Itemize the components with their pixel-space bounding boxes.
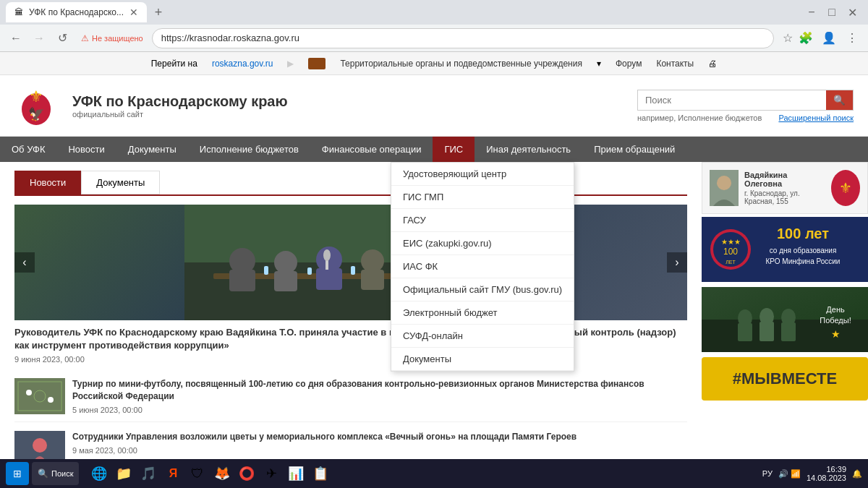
mvmeste-banner[interactable]: #МЫВМЕСТЕ (702, 357, 868, 401)
site-title: УФК по Краснодарскому краю (72, 93, 623, 110)
svg-rect-23 (14, 378, 65, 414)
100years-banner[interactable]: ★★★ 100 ЛЕТ 100 лет со дня образования К… (702, 217, 868, 284)
dropdown-item-bus-gov[interactable]: Официальный сайт ГМУ (bus.gov.ru) (391, 278, 574, 301)
main-content: Новости Документы (0, 162, 702, 488)
taskbar-search[interactable]: 🔍 Поиск (32, 462, 79, 485)
sidebar: Вадяйкина Олеговна г. Краснодар, ул. Кра… (702, 162, 868, 488)
top-navigation: Перейти на roskazna.gov.ru ▶ Территориал… (0, 52, 868, 75)
forward-button[interactable]: → (29, 28, 49, 48)
taskbar-date: 14.08.2023 (807, 474, 846, 482)
browser-controls: ← → ↺ ⚠ Не защищено https://krasnodar.ro… (0, 25, 868, 52)
victory-banner[interactable]: День Победы! ★ (702, 287, 868, 354)
svg-point-22 (323, 249, 331, 261)
taskbar-app-telegram[interactable]: ✈ (260, 462, 283, 485)
contact-address: г. Краснодар, ул. Красная, 155 (744, 189, 825, 205)
featured-news-image (14, 205, 687, 320)
taskbar-app-ie[interactable]: 🌐 (88, 462, 111, 485)
taskbar-app-excel[interactable]: 📊 (284, 462, 307, 485)
news-item-title[interactable]: Турнир по мини-футболу, посвященный 100-… (72, 378, 687, 403)
svg-rect-49 (760, 322, 774, 341)
svg-rect-11 (316, 268, 342, 290)
nav-item-news[interactable]: Новости (56, 137, 116, 162)
news-item: Турнир по мини-футболу, посвященный 100-… (14, 378, 687, 422)
profile-button[interactable]: 👤 (819, 28, 839, 48)
site-logo: ⚜ 🦅 (14, 84, 58, 127)
browser-tab[interactable]: 🏛 УФК по Краснодарско... ✕ (6, 2, 147, 22)
taskbar-app-clipboard[interactable]: 📋 (309, 462, 332, 485)
taskbar-app-antivirus[interactable]: 🛡 (186, 462, 209, 485)
security-warning-text: Не защищено (92, 34, 143, 43)
dropdown-item-gasu[interactable]: ГАСУ (391, 209, 574, 232)
territorial-organs-link[interactable]: Территориальные органы и подведомственны… (340, 59, 582, 69)
restore-button[interactable]: □ (822, 2, 842, 22)
taskbar-app-chrome[interactable]: ⭕ (235, 462, 258, 485)
dropdown-item-gis-gmp[interactable]: ГИС ГМП (391, 186, 574, 209)
svg-point-12 (361, 249, 384, 273)
new-tab-button[interactable]: + (150, 4, 167, 21)
reload-button[interactable]: ↺ (52, 28, 72, 48)
advanced-search-link[interactable]: Расширенный поиск (778, 114, 854, 122)
tab-news[interactable]: Новости (14, 171, 81, 194)
dropdown-item-eis[interactable]: ЕИС (zakupki.gov.ru) (391, 232, 574, 255)
nav-item-finance[interactable]: Финансовые операции (310, 137, 433, 162)
dropdown-item-docs[interactable]: Документы (391, 348, 574, 371)
svg-rect-47 (738, 323, 752, 341)
start-button[interactable]: ⊞ (6, 462, 29, 485)
nav-item-other[interactable]: Иная деятельность (475, 137, 582, 162)
tab-documents[interactable]: Документы (81, 171, 160, 194)
featured-news: ‹ › Руководитель УФК по Краснодарскому к… (14, 205, 687, 369)
nav-item-ob-ufk[interactable]: Об УФК (0, 137, 56, 162)
news-item-date: 9 мая 2023, 00:00 (72, 446, 576, 455)
site-subtitle: официальный сайт (72, 110, 623, 119)
nav-item-budget[interactable]: Исполнение бюджетов (188, 137, 310, 162)
top-nav-chevron: ▾ (597, 59, 601, 69)
extensions-button[interactable]: 🧩 (796, 28, 816, 48)
taskbar-right: РУ 🔊 📶 16:39 14.08.2023 🔔 (762, 465, 862, 482)
svg-text:Победы!: Победы! (820, 316, 851, 325)
back-button[interactable]: ← (6, 28, 26, 48)
taskbar-app-yandex[interactable]: Я (161, 462, 184, 485)
news-thumb-svg (14, 378, 65, 414)
minimize-button[interactable]: − (801, 2, 822, 22)
taskbar-notification[interactable]: 🔔 (852, 469, 862, 479)
dropdown-item-cert-center[interactable]: Удостоверяющий центр (391, 163, 574, 186)
svg-text:🦅: 🦅 (28, 106, 45, 122)
nav-item-documents[interactable]: Документы (116, 137, 188, 162)
search-button[interactable]: 🔍 (826, 90, 853, 110)
forum-link[interactable]: Форум (616, 59, 642, 69)
taskbar: ⊞ 🔍 Поиск 🌐 📁 🎵 Я 🛡 🦊 ⭕ ✈ 📊 📋 РУ 🔊 📶 16:… (0, 459, 868, 488)
nav-item-appeals[interactable]: Прием обращений (582, 137, 686, 162)
search-input[interactable] (638, 90, 826, 110)
bookmark-button[interactable]: ☆ (783, 31, 793, 45)
mvmeste-text: #МЫВМЕСТЕ (733, 369, 837, 388)
svg-text:⚜: ⚜ (29, 87, 43, 106)
nav-item-gis[interactable]: ГИС (433, 137, 475, 162)
svg-point-29 (33, 438, 47, 453)
taskbar-time: 16:39 (807, 465, 846, 474)
tab-close-button[interactable]: ✕ (129, 7, 138, 18)
taskbar-app-file[interactable]: 📁 (112, 462, 135, 485)
dropdown-item-ebudget[interactable]: Электронный бюджет (391, 301, 574, 325)
tab-favicon: 🏛 (14, 7, 23, 17)
taskbar-app-music[interactable]: 🎵 (137, 462, 160, 485)
roskazna-link[interactable]: roskazna.gov.ru (212, 59, 273, 69)
carousel-next-button[interactable]: › (667, 252, 687, 273)
news-tabs: Новости Документы (14, 171, 687, 196)
contacts-link[interactable]: Контакты (656, 59, 694, 69)
address-bar[interactable]: https://krasnodar.roskazna.gov.ru (152, 28, 774, 48)
featured-news-title[interactable]: Руководитель УФК по Краснодарскому краю … (14, 326, 687, 352)
close-browser-button[interactable]: ✕ (842, 2, 862, 22)
taskbar-app-firefox[interactable]: 🦊 (210, 462, 234, 485)
svg-text:ЛЕТ: ЛЕТ (726, 260, 736, 265)
carousel-prev-button[interactable]: ‹ (14, 252, 35, 273)
dropdown-item-sufd[interactable]: СУФД-онлайн (391, 325, 574, 348)
svg-text:со дня образования: со дня образования (770, 247, 837, 254)
dropdown-item-ias-fk[interactable]: ИАС ФК (391, 255, 574, 278)
taskbar-icons: 🔊 📶 (778, 469, 801, 479)
news-item-title[interactable]: Сотрудники Управления возложили цветы у … (72, 431, 576, 443)
go-to-label: Перейти на (151, 59, 197, 69)
header-title-block: УФК по Краснодарскому краю официальный с… (72, 93, 623, 119)
menu-button[interactable]: ⋮ (842, 28, 862, 48)
print-icon[interactable]: 🖨 (708, 59, 717, 69)
news-thumbnail (14, 378, 65, 414)
